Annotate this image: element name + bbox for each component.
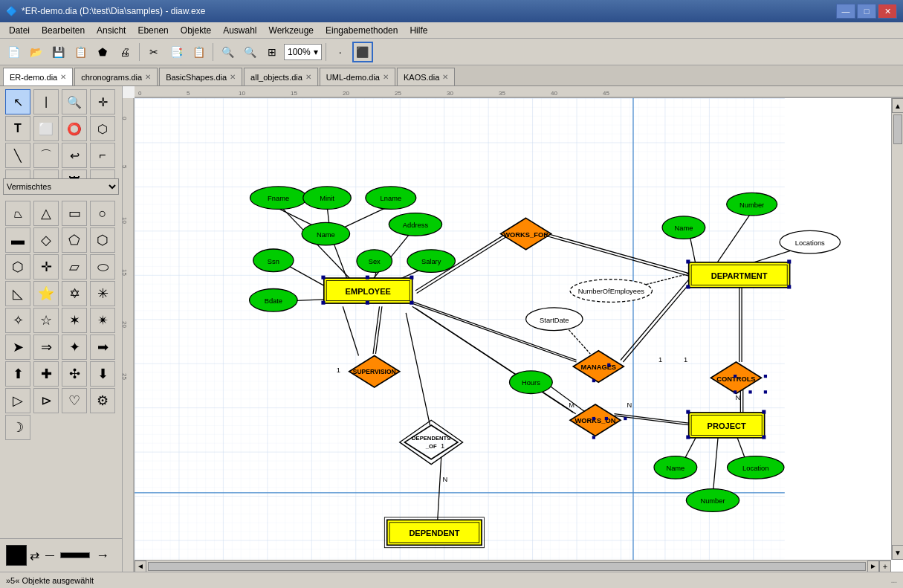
tool-polyline[interactable]: ⌐ [90,143,115,168]
zoom-out-button[interactable]: 🔍 [239,42,260,62]
save-as-button[interactable]: 📋 [70,42,91,62]
zoom-dropdown-icon[interactable]: ▾ [314,47,318,57]
menu-werkzeuge[interactable]: Werkzeuge [263,24,320,37]
svg-rect-152 [762,436,766,439]
shapes-button[interactable]: ⬟ [92,42,113,62]
tool-box[interactable]: ⬜ [33,116,59,141]
grid-button[interactable]: ⬛ [352,42,373,62]
tool-text[interactable]: T [5,116,30,141]
paste-button[interactable]: 📋 [188,42,209,62]
menu-eingabemethoden[interactable]: Eingabemethoden [320,24,404,37]
open-button[interactable]: 📂 [25,42,46,62]
swap-colors-icon[interactable]: ⇄ [30,549,39,563]
titlebar: 🔷 *ER-demo.dia (D:\test\Dia\samples) - d… [0,0,903,22]
shape-arrow-cross[interactable]: ✚ [33,361,59,387]
menu-datei[interactable]: Datei [3,24,36,37]
tool-line[interactable]: ╲ [5,143,30,168]
shape-moon[interactable]: ☽ [5,415,30,440]
shape-triangle[interactable]: △ [33,201,59,226]
shape-chevron[interactable]: ⊳ [33,388,59,413]
tab-kaos[interactable]: KAOS.dia ✕ [397,68,455,85]
menu-auswahl[interactable]: Auswahl [217,24,262,37]
shape-arrow-block[interactable]: ➡ [90,335,115,360]
shape-trapezoid[interactable]: ⏢ [5,201,30,226]
zoom-fit-button[interactable]: ⊞ [262,42,282,62]
shape-gear[interactable]: ⚙ [90,388,115,413]
category-select[interactable]: Vermischtes [3,178,119,195]
shape-arrow-right[interactable]: ➤ [5,335,30,360]
line-style[interactable]: — [45,550,54,560]
cut-button[interactable]: ✂ [143,42,164,62]
copy-button[interactable]: 📑 [166,42,187,62]
horizontal-scrollbar[interactable]: ◄ ► + [135,560,891,572]
menu-ansicht[interactable]: Ansicht [91,24,132,37]
tool-zigzag[interactable]: ↩ [62,143,87,168]
menu-objekte[interactable]: Objekte [175,24,217,37]
shape-circle[interactable]: ○ [90,201,115,226]
shape-star4-outline[interactable]: ✧ [5,308,30,333]
tab-er-demo[interactable]: ER-demo.dia ✕ [3,68,73,85]
tool-arc[interactable]: ⌒ [33,143,59,168]
tool-polygon[interactable]: ⬡ [90,116,115,141]
tab-all-objects-label: all_objects.dia [250,73,302,82]
tab-chronograms-close[interactable]: ✕ [145,73,151,81]
tool-text-cursor[interactable]: | [33,89,59,114]
print-button[interactable]: 🖨 [114,42,135,62]
foreground-color[interactable] [6,545,27,566]
shape-arrow-double[interactable]: ⇒ [33,335,59,360]
arrow-style[interactable]: → [96,548,109,563]
line-thickness[interactable] [60,552,90,558]
tab-uml-demo[interactable]: UML-demo.dia ✕ [320,68,395,85]
tab-basicshapes[interactable]: BasicShapes.dia ✕ [159,68,242,85]
shape-star6[interactable]: ✡ [62,281,87,306]
shape-arrow-multi[interactable]: ✦ [62,335,87,360]
shape-star6-outline[interactable]: ✶ [62,308,87,333]
shape-arrow-chevron[interactable]: ⬇ [90,361,115,387]
shape-parallelogram[interactable]: ▱ [62,254,87,280]
shape-hexagon[interactable]: ⬡ [90,227,115,253]
save-button[interactable]: 💾 [48,42,68,62]
tab-all-objects-close[interactable]: ✕ [305,73,311,81]
shape-rounded-rect[interactable]: ▬ [5,227,30,253]
shape-asterisk[interactable]: ✴ [90,308,115,333]
snap-button[interactable]: · [330,42,351,62]
close-button[interactable]: ✕ [878,4,897,19]
shape-cylinder[interactable]: ⬭ [90,254,115,280]
menu-hilfe[interactable]: Hilfe [404,24,433,37]
tab-chronograms[interactable]: chronograms.dia ✕ [74,68,158,85]
tool-move[interactable]: ✛ [90,89,115,114]
tab-all-objects[interactable]: all_objects.dia ✕ [244,68,318,85]
tool-magnify[interactable]: 🔍 [62,89,87,114]
shape-arrow-up[interactable]: ⬆ [5,361,30,387]
shape-arrow-radial[interactable]: ✣ [62,361,87,387]
menu-ebenen[interactable]: Ebenen [132,24,174,37]
shape-pentagon[interactable]: ⬠ [62,227,87,253]
svg-text:30: 30 [447,90,453,97]
tool-select[interactable]: ↖ [5,89,30,114]
diagram-canvas[interactable]: N 1 1 1 M N N 1 N 1 N EMPLOYEE DEPARTME [135,98,903,572]
shape-block-arrow[interactable]: ▷ [5,388,30,413]
toolbox: ↖ | 🔍 ✛ T ⬜ ⭕ ⬡ ╲ ⌒ ↩ ⌐ ∿ ∾ 🖼 ◈ Vermisch… [0,86,123,572]
shape-heart[interactable]: ♡ [62,388,87,413]
tab-uml-demo-close[interactable]: ✕ [383,73,389,81]
zoom-in-button[interactable]: 🔍 [217,42,238,62]
vertical-scrollbar[interactable]: ▲ ▼ [891,98,903,560]
new-button[interactable]: 📄 [3,42,24,62]
minimize-button[interactable]: — [836,4,855,19]
tab-basicshapes-close[interactable]: ✕ [230,73,236,81]
shape-rect[interactable]: ▭ [62,201,87,226]
shape-star5-outline[interactable]: ☆ [33,308,59,333]
shape-octagon[interactable]: ⬡ [5,254,30,280]
menu-bearbeiten[interactable]: Bearbeiten [36,24,91,37]
svg-rect-143 [366,276,369,280]
shape-diamond[interactable]: ◇ [33,227,59,253]
shape-cross[interactable]: ✛ [33,254,59,280]
svg-text:15: 15 [123,269,128,276]
tab-kaos-close[interactable]: ✕ [442,73,448,81]
shape-right-triangle[interactable]: ◺ [5,281,30,306]
tab-er-demo-close[interactable]: ✕ [60,73,66,81]
maximize-button[interactable]: □ [857,4,876,19]
tool-ellipse[interactable]: ⭕ [62,116,87,141]
shape-starburst[interactable]: ✳ [90,281,115,306]
shape-star5[interactable]: ⭐ [33,281,59,306]
